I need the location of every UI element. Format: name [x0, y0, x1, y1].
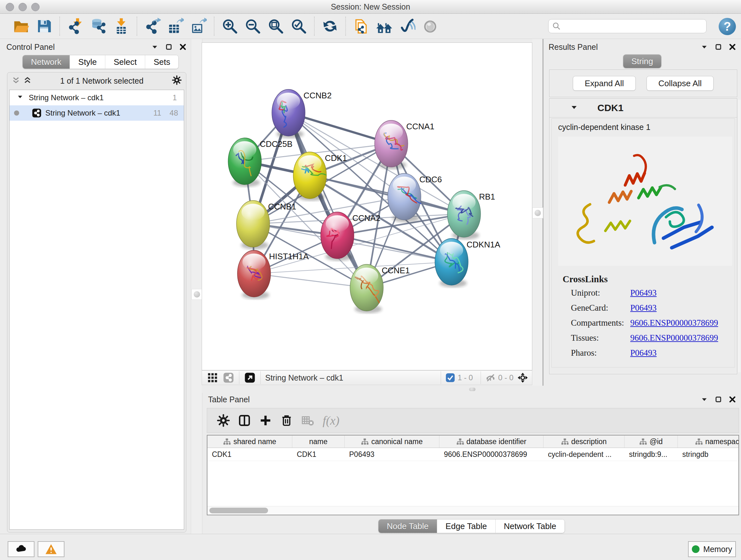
network-node-cdc25b[interactable]: CDC25B: [228, 138, 293, 187]
grid-view-icon[interactable]: [206, 372, 219, 384]
tab-sets[interactable]: Sets: [145, 55, 179, 69]
import-network-file-button[interactable]: [66, 17, 84, 36]
table-panel-float-icon[interactable]: [714, 395, 723, 403]
network-node-ccne1[interactable]: CCNE1: [350, 264, 410, 313]
table-cell[interactable]: CDK1: [207, 448, 292, 461]
zoom-in-button[interactable]: [220, 17, 239, 36]
warnings-button[interactable]: [38, 541, 64, 557]
birdseye-navigator-icon[interactable]: [517, 372, 529, 384]
horizontal-splitter[interactable]: [202, 385, 741, 393]
add-column-icon[interactable]: [258, 413, 273, 428]
string-home-button[interactable]: [375, 17, 394, 36]
table-panel-close-icon[interactable]: [728, 395, 737, 403]
export-image-button[interactable]: [189, 17, 208, 36]
network-options-gear-icon[interactable]: [172, 75, 182, 86]
network-node-hist1h1a[interactable]: HIST1H1A: [238, 250, 309, 299]
column-header-description[interactable]: description: [543, 435, 624, 448]
control-panel-float-icon[interactable]: [165, 43, 173, 51]
show-columns-icon[interactable]: [237, 413, 252, 428]
table-settings-gear-icon[interactable]: [216, 413, 231, 428]
import-network-database-button[interactable]: [89, 17, 108, 36]
crosslink-link[interactable]: 9606.ENSP00000378699: [630, 333, 718, 343]
left-splitter[interactable]: [191, 39, 202, 534]
column-header-namespace[interactable]: namespace: [678, 435, 739, 448]
network-tree-row[interactable]: String Network – cdk11: [10, 90, 184, 105]
show-graphics-details-button[interactable]: [421, 17, 440, 36]
network-node-rb1[interactable]: RB1: [448, 191, 495, 240]
open-session-button[interactable]: [12, 17, 30, 36]
horizontal-splitter-grip[interactable]: [469, 388, 475, 391]
tree-collapse-caret-icon[interactable]: [17, 93, 23, 102]
table-cell[interactable]: cyclin-dependent ...: [543, 448, 624, 461]
show-graphics-details-icon: [422, 18, 439, 35]
save-session-button[interactable]: [35, 17, 53, 36]
crosslink-link[interactable]: P06493: [630, 348, 657, 358]
expand-all-button[interactable]: Expand All: [573, 76, 636, 91]
delete-column-trash-icon[interactable]: [279, 413, 294, 428]
memory-button[interactable]: Memory: [688, 541, 736, 557]
results-vertical-scrollbar[interactable]: [737, 100, 741, 372]
network-tree-row[interactable]: String Network – cdk11148: [10, 105, 184, 121]
crosslink-link[interactable]: 9606.ENSP00000378699: [630, 318, 718, 328]
tab-network-table[interactable]: Network Table: [495, 519, 564, 533]
table-cell[interactable]: P06493: [345, 448, 440, 461]
column-header-label: namespace: [705, 437, 739, 446]
export-table-button[interactable]: [166, 17, 185, 36]
clone-network-button[interactable]: [352, 17, 370, 36]
control-panel-close-icon[interactable]: [179, 43, 187, 51]
table-panel-menu-caret-icon[interactable]: [700, 395, 709, 403]
column-header-name[interactable]: name: [292, 435, 345, 448]
column-header-canonical-name[interactable]: canonical name: [345, 435, 440, 448]
table-horizontal-scrollbar[interactable]: [207, 506, 738, 515]
network-node-ccnb1[interactable]: CCNB1: [237, 200, 296, 249]
column-header--id[interactable]: @id: [624, 435, 678, 448]
network-edge[interactable]: [254, 273, 367, 288]
table-cell[interactable]: CDK1: [292, 448, 345, 461]
table-cell[interactable]: 9606.ENSP00000378699: [440, 448, 543, 461]
zoom-fit-button[interactable]: [266, 17, 285, 36]
export-network-button[interactable]: [143, 17, 162, 36]
results-tab-string[interactable]: String: [623, 55, 662, 68]
zoom-selected-button[interactable]: [289, 17, 308, 36]
cloud-services-button[interactable]: [8, 541, 35, 557]
right-splitter[interactable]: [532, 39, 543, 386]
refresh-view-button[interactable]: [321, 17, 339, 36]
left-splitter-grip[interactable]: [192, 289, 202, 300]
crosslink-link[interactable]: P06493: [630, 303, 657, 313]
crosslink-link[interactable]: P06493: [630, 288, 657, 298]
control-panel-menu-caret-icon[interactable]: [151, 43, 159, 51]
hide-graphics-details-button[interactable]: [398, 17, 416, 36]
tab-node-table[interactable]: Node Table: [379, 519, 437, 533]
search-input[interactable]: [561, 20, 706, 32]
column-header-database-identifier[interactable]: database identifier: [440, 435, 543, 448]
network-graph[interactable]: CCNB2CCNA1CDC25BCDK1CDC6RB1CCNB1CCNA2CDK…: [202, 43, 532, 370]
expand-all-networks-icon[interactable]: [23, 76, 31, 85]
tab-edge-table[interactable]: Edge Table: [437, 519, 495, 533]
collapse-all-networks-icon[interactable]: [12, 76, 20, 85]
tab-select[interactable]: Select: [105, 55, 145, 69]
results-panel-float-icon[interactable]: [714, 43, 723, 51]
tab-network[interactable]: Network: [23, 55, 70, 69]
network-node-ccna1[interactable]: CCNA1: [375, 120, 434, 169]
network-node-ccnb2[interactable]: CCNB2: [272, 89, 332, 138]
gene-collapse-caret-icon[interactable]: [570, 103, 578, 113]
table-row[interactable]: CDK1CDK1P064939606.ENSP00000378699cyclin…: [207, 448, 738, 461]
open-in-new-window-icon[interactable]: [244, 372, 256, 384]
network-canvas[interactable]: CCNB2CCNA1CDC25BCDK1CDC6RB1CCNB1CCNA2CDK…: [202, 43, 532, 370]
results-panel-menu-caret-icon[interactable]: [700, 43, 709, 51]
right-splitter-grip[interactable]: [532, 207, 543, 219]
network-edge[interactable]: [288, 113, 367, 288]
results-panel-close-icon[interactable]: [728, 43, 737, 51]
tab-style[interactable]: Style: [70, 55, 105, 69]
zoom-out-button[interactable]: [244, 17, 262, 36]
table-cell[interactable]: stringdb:9...: [624, 448, 678, 461]
table-cell[interactable]: stringdb: [678, 448, 739, 461]
help-button[interactable]: ?: [719, 18, 736, 35]
collapse-all-button[interactable]: Collapse All: [647, 76, 714, 91]
selected-checkbox-icon[interactable]: [446, 372, 455, 384]
hidden-eye-icon[interactable]: [485, 372, 495, 384]
import-table-file-button[interactable]: [112, 17, 131, 36]
network-node-cdkn1a[interactable]: CDKN1A: [435, 239, 500, 287]
column-header-shared-name[interactable]: shared name: [207, 435, 292, 448]
table-hscroll-thumb[interactable]: [209, 508, 268, 513]
